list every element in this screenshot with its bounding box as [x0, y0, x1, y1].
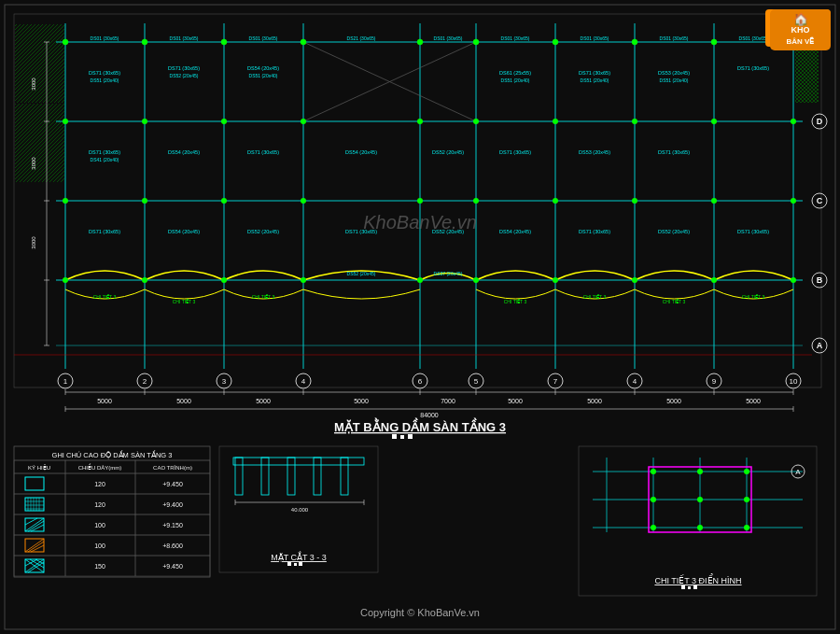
svg-point-135: [473, 119, 479, 124]
svg-point-149: [791, 198, 796, 204]
svg-text:A: A: [817, 341, 823, 350]
svg-point-158: [711, 277, 717, 283]
svg-text:DS71 (30x65): DS71 (30x65): [89, 149, 120, 155]
svg-text:5000: 5000: [97, 398, 112, 404]
svg-point-268: [697, 469, 703, 474]
svg-rect-256: [294, 563, 297, 566]
svg-text:7: 7: [553, 377, 558, 386]
svg-text:DS51 (20x40): DS51 (20x40): [91, 77, 119, 83]
svg-point-123: [301, 39, 306, 45]
svg-point-125: [473, 39, 479, 45]
svg-text:6: 6: [418, 377, 423, 386]
svg-point-120: [63, 39, 68, 45]
svg-text:DS01 (30x65): DS01 (30x65): [739, 35, 768, 41]
svg-point-155: [473, 277, 479, 283]
svg-text:DS71 (30x65): DS71 (30x65): [499, 149, 531, 155]
svg-text:C: C: [817, 196, 823, 205]
svg-text:10: 10: [790, 377, 798, 386]
svg-text:DS71 (30x65): DS71 (30x65): [579, 70, 610, 76]
svg-text:3: 3: [222, 377, 227, 386]
svg-point-271: [697, 497, 703, 502]
svg-rect-279: [681, 585, 685, 589]
svg-text:DS37 (20x45): DS37 (20x45): [434, 271, 463, 276]
svg-point-130: [63, 119, 68, 124]
svg-text:CHIỀU DÀY(mm): CHIỀU DÀY(mm): [78, 463, 122, 471]
svg-text:DS51 (20x40): DS51 (20x40): [581, 77, 609, 83]
svg-text:MẶT CẮT 3 - 3: MẶT CẮT 3 - 3: [271, 551, 327, 562]
svg-point-146: [553, 198, 558, 204]
svg-text:DS54 (20x45): DS54 (20x45): [499, 229, 531, 234]
svg-text:5000: 5000: [746, 398, 761, 404]
svg-point-153: [301, 277, 306, 283]
svg-point-275: [744, 525, 749, 530]
svg-text:DS71 (30x65): DS71 (30x65): [658, 149, 690, 155]
svg-text:120: 120: [94, 481, 105, 487]
svg-text:DS53 (20x45): DS53 (20x45): [658, 70, 690, 76]
svg-text:5000: 5000: [508, 398, 523, 404]
svg-text:DS01 (30x65): DS01 (30x65): [91, 35, 119, 41]
svg-rect-255: [287, 562, 291, 566]
svg-text:DS71 (30x65): DS71 (30x65): [737, 229, 769, 234]
svg-text:Copyright © KhoBanVe.vn: Copyright © KhoBanVe.vn: [360, 607, 480, 618]
svg-text:DS41 (20x40): DS41 (20x40): [91, 157, 119, 162]
svg-text:DS54 (20x45): DS54 (20x45): [168, 229, 200, 234]
svg-text:CHI TIẾT 3: CHI TIẾT 3: [663, 299, 686, 304]
svg-text:DS71 (30x65): DS71 (30x65): [579, 229, 610, 234]
svg-text:3000: 3000: [31, 77, 36, 91]
svg-text:DS01 (30x65): DS01 (30x65): [581, 35, 609, 41]
svg-text:5: 5: [474, 377, 479, 386]
svg-text:7000: 7000: [441, 398, 455, 404]
svg-text:DS01 (30x65): DS01 (30x65): [501, 35, 530, 41]
svg-point-121: [142, 39, 147, 45]
svg-text:DS52 (20x45): DS52 (20x45): [247, 229, 279, 234]
svg-point-136: [553, 119, 558, 124]
svg-text:DS01 (30x65): DS01 (30x65): [170, 35, 199, 41]
main-canvas: 🏠 KHOBÂN VẼ: [0, 0, 840, 634]
svg-text:DS21 (30x65): DS21 (30x65): [347, 35, 376, 41]
svg-text:A: A: [795, 468, 801, 476]
blueprint-svg: E D C B A 1 2 3 4 6 5 7 4 9 10: [0, 0, 840, 634]
svg-text:DS01 (30x65): DS01 (30x65): [434, 35, 463, 41]
svg-text:CHI TIẾT 3: CHI TIẾT 3: [583, 294, 607, 300]
svg-text:CHI TIẾT 3: CHI TIẾT 3: [93, 294, 117, 300]
svg-point-274: [697, 525, 703, 530]
svg-text:+9.450: +9.450: [162, 481, 183, 487]
svg-point-134: [417, 119, 423, 124]
svg-point-139: [791, 119, 796, 124]
svg-point-267: [651, 469, 656, 474]
svg-text:KÝ HIỆU: KÝ HIỆU: [28, 464, 50, 472]
svg-text:DS51 (20x40): DS51 (20x40): [501, 77, 530, 83]
svg-text:150: 150: [94, 563, 105, 570]
svg-point-141: [142, 198, 147, 204]
svg-point-157: [632, 277, 637, 283]
svg-text:100: 100: [94, 542, 105, 549]
svg-text:DS71 (30x65): DS71 (30x65): [89, 229, 120, 234]
svg-rect-116: [15, 104, 64, 182]
svg-point-273: [651, 525, 656, 530]
svg-text:9: 9: [712, 377, 717, 386]
svg-text:+9.450: +9.450: [162, 563, 183, 570]
svg-text:DS71 (30x65): DS71 (30x65): [737, 65, 769, 71]
logo-brand: KHOBÂN VẼ: [776, 25, 825, 47]
svg-point-148: [711, 198, 717, 204]
svg-rect-281: [693, 585, 697, 589]
svg-point-131: [142, 119, 147, 124]
svg-text:DS61 (25x55): DS61 (25x55): [499, 70, 531, 76]
svg-point-156: [553, 277, 558, 283]
svg-text:DS52 (20x45): DS52 (20x45): [170, 73, 199, 78]
svg-text:5000: 5000: [666, 398, 681, 404]
svg-text:4: 4: [633, 377, 637, 386]
svg-point-150: [63, 277, 68, 283]
svg-text:84000: 84000: [420, 412, 439, 418]
svg-text:CAO TRÌNH(m): CAO TRÌNH(m): [153, 465, 192, 471]
svg-text:120: 120: [94, 501, 105, 508]
svg-text:CHI TIẾT 3: CHI TIẾT 3: [252, 294, 275, 300]
svg-point-132: [221, 119, 227, 124]
svg-text:DS71 (30x65): DS71 (30x65): [168, 65, 200, 71]
svg-text:CHI TIẾT 3: CHI TIẾT 3: [742, 294, 765, 300]
svg-text:DS01 (30x65): DS01 (30x65): [660, 35, 689, 41]
svg-text:DS53 (20x45): DS53 (20x45): [579, 149, 610, 155]
svg-text:DS01 (30x65): DS01 (30x65): [249, 35, 278, 41]
svg-point-122: [221, 39, 227, 45]
svg-text:100: 100: [94, 522, 105, 528]
